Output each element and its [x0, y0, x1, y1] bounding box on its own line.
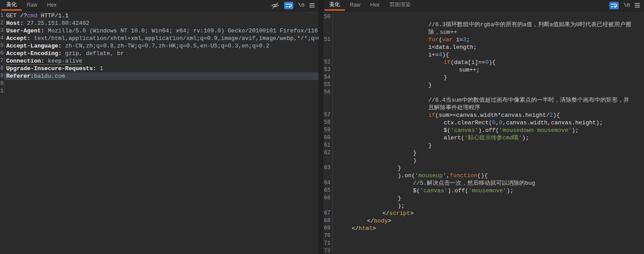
- line-number: 50: [323, 13, 333, 21]
- response-row-wrap: 除，sum++: [323, 28, 644, 36]
- response-row-wrap: ).on('mouseup',function(){: [323, 172, 644, 179]
- request-editor[interactable]: 1GET /?cmd HTTP/1.12Host: 27.25.151.80:4…: [0, 11, 319, 254]
- line-number: 2: [0, 20, 4, 27]
- request-line-5: 5Accept-Language: zh-CN,zh;q=0.8,zh-TW;q…: [0, 42, 319, 50]
- code-text: Upgrade-Insecure-Requests: 1: [4, 65, 319, 72]
- line-number: [323, 172, 333, 179]
- code-text: alert('贴心提示传参cmd哦');: [333, 134, 644, 142]
- code-text: GET /?cmd HTTP/1.1: [4, 12, 319, 20]
- request-line-4: 4Accept: text/html,application/xhtml+xml…: [0, 35, 319, 42]
- line-number: [323, 104, 333, 111]
- hide-eye-icon[interactable]: [271, 1, 279, 9]
- code-text: </body>: [333, 217, 644, 225]
- code-text: i<data.length;: [333, 44, 644, 51]
- line-number: [323, 21, 333, 28]
- code-text: 除，sum++: [333, 28, 644, 36]
- line-number: 6: [0, 50, 4, 57]
- request-toolbar: \n: [271, 0, 319, 11]
- response-tab-hex[interactable]: Hex: [365, 0, 384, 11]
- line-number: 3: [0, 27, 4, 35]
- request-tab-pretty[interactable]: 美化: [1, 0, 22, 11]
- code-text: }: [333, 164, 644, 172]
- line-number: 59: [323, 127, 333, 134]
- code-text: );: [333, 202, 644, 210]
- line-number: 58: [323, 119, 333, 127]
- newline-toggle[interactable]: \n: [624, 1, 630, 9]
- code-text: ): [333, 157, 644, 164]
- line-number: 11: [0, 87, 4, 95]
- request-line-8: 8Upgrade-Insecure-Requests: 1: [0, 65, 319, 72]
- line-number: 1: [0, 12, 4, 20]
- code-text: //5.解决点击一次，然后移动就可以消除的bug: [333, 179, 644, 187]
- response-row-68: 68</body>: [323, 217, 644, 225]
- response-row-54: 54}: [323, 74, 644, 81]
- request-tab-hex[interactable]: Hex: [42, 0, 61, 11]
- response-row-69: 69</html>: [323, 225, 644, 232]
- code-text: [333, 240, 644, 247]
- request-line-11: 11: [0, 87, 319, 95]
- response-tabbar: 美化RawHex页面渲染 \n: [323, 0, 644, 11]
- request-line-6: 6Accept-Encoding: gzip, deflate, br: [0, 50, 319, 57]
- response-row-65: 65$('canvas').off('mousemove');: [323, 187, 644, 194]
- response-tab-raw[interactable]: Raw: [345, 0, 365, 11]
- code-text: User-Agent: Mozilla/5.0 (Windows NT 10.0…: [4, 27, 319, 35]
- code-text: //6.3循环数组中的rgba中的所有的a值，判断a值如果为0时代表已经被用户擦: [333, 21, 644, 28]
- response-viewer[interactable]: 4950//6.3循环数组中的rgba中的所有的a值，判断a值如果为0时代表已经…: [323, 11, 644, 254]
- response-row-64: 64//5.解决点击一次，然后移动就可以消除的bug: [323, 179, 644, 187]
- line-number: 71: [323, 240, 333, 247]
- request-line-2: 2Host: 27.25.151.80:42402: [0, 20, 319, 27]
- word-wrap-icon[interactable]: [609, 2, 619, 9]
- panel-divider[interactable]: [319, 0, 323, 254]
- code-text: </script>: [333, 210, 644, 217]
- request-tab-raw[interactable]: Raw: [22, 0, 42, 11]
- menu-icon[interactable]: [635, 1, 640, 9]
- response-row-56: 56: [323, 89, 644, 96]
- response-tab-pretty[interactable]: 美化: [324, 0, 345, 11]
- line-number: 68: [323, 217, 333, 225]
- line-number: 54: [323, 74, 333, 81]
- line-number: 60: [323, 134, 333, 142]
- response-row-52: 52if(data[i]==0){: [323, 59, 644, 66]
- request-line-9: 9Referer:baidu.com: [0, 72, 319, 80]
- code-text: Accept-Language: zh-CN,zh;q=0.8,zh-TW;q=…: [4, 42, 319, 50]
- newline-toggle[interactable]: \n: [298, 1, 304, 9]
- menu-icon[interactable]: [309, 1, 315, 9]
- response-row-wrap: i<data.length;: [323, 44, 644, 51]
- line-number: 69: [323, 225, 333, 232]
- code-text: if(data[i]==0){: [333, 59, 644, 66]
- code-text: if(sum>=canvas.width*canvas.height/2){: [333, 111, 644, 119]
- line-number: 66: [323, 194, 333, 202]
- response-tab-render[interactable]: 页面渲染: [384, 0, 415, 11]
- code-text: Referer:baidu.com: [4, 72, 319, 80]
- request-tabbar: 美化RawHex \n: [0, 0, 319, 11]
- code-text: [4, 80, 319, 87]
- line-number: 10: [0, 80, 4, 87]
- response-row-57: 57if(sum>=canvas.width*canvas.height/2){: [323, 111, 644, 119]
- line-number: [323, 96, 333, 104]
- line-number: 61: [323, 142, 333, 149]
- line-number: [323, 51, 333, 59]
- line-number: 72: [323, 247, 333, 254]
- code-text: i+=4){: [333, 51, 644, 59]
- response-row-wrap: i+=4){: [323, 51, 644, 59]
- code-text: for(var i=3;: [333, 36, 644, 44]
- code-text: //6.4当sum中的数值超过画布中像素点的一半时，清除整个画布中的矩形，并: [333, 96, 644, 104]
- line-number: 9: [0, 72, 4, 80]
- response-row-67: 67</script>: [323, 210, 644, 217]
- word-wrap-icon[interactable]: [284, 2, 293, 9]
- response-row-55: 55}: [323, 81, 644, 89]
- request-line-1: 1GET /?cmd HTTP/1.1: [0, 12, 319, 20]
- request-tabs: 美化RawHex: [0, 0, 61, 11]
- line-number: 52: [323, 59, 333, 66]
- code-text: }: [333, 149, 644, 157]
- code-text: sum++;: [333, 66, 644, 74]
- code-text: </html>: [333, 225, 644, 232]
- code-text: [333, 232, 644, 240]
- line-number: [323, 28, 333, 36]
- code-text: }: [333, 194, 644, 202]
- response-row-53: 53sum++;: [323, 66, 644, 74]
- code-text: [333, 13, 644, 21]
- response-row-70: 70: [323, 232, 644, 240]
- response-row-51: 51for(var i=3;: [323, 36, 644, 44]
- response-row-61: 61}: [323, 142, 644, 149]
